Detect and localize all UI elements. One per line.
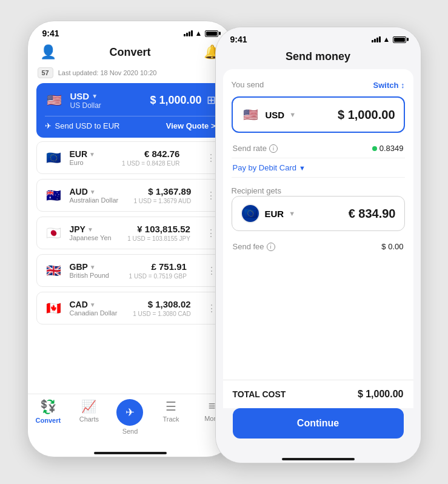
wifi-icon-2: ▲ [383, 35, 390, 44]
home-bar [94, 452, 167, 454]
item-fullname: British Pound [70, 272, 109, 279]
tab-charts[interactable]: 📈 Charts [69, 399, 110, 435]
total-cost-value: $ 1,000.00 [358, 389, 404, 400]
item-left: 🇨🇦 CAD ▼ Canadian Dollar [44, 298, 118, 318]
eur-flag-icon: 🇪🇺 [44, 148, 64, 167]
charts-tab-icon: 📈 [81, 399, 96, 414]
item-right: € 842.76 1 USD = 0.8428 EUR [122, 149, 179, 167]
view-quote-btn[interactable]: View Quote > [166, 121, 216, 130]
send-tab-label: Send [122, 428, 138, 435]
recipient-section: Recipient gets 🇪🇺 EUR ▼ € 834.90 [232, 185, 405, 231]
list-item[interactable]: 🇪🇺 EUR ▼ Euro € 842.76 1 USD = 0.8428 EU… [36, 141, 224, 174]
item-amount: ¥ 103,815.52 [137, 224, 190, 234]
item-amount: $ 1,367.89 [148, 186, 191, 197]
currency-code: USD ▼ [70, 91, 101, 101]
send-body: You send Switch ↕ 🇺🇸 USD ▼ $ 1,000.00 Se… [223, 69, 413, 380]
cad-flag-icon: 🇨🇦 [44, 298, 64, 318]
convert-tab-icon: 💱 [40, 399, 56, 415]
send-fee-label: Send fee i [233, 242, 275, 251]
currency-left: 🇺🇸 USD ▼ US Dollar [45, 90, 101, 110]
home-indicator-2 [216, 451, 421, 463]
send-rate-value: 0.8349 [372, 144, 404, 153]
from-currency-chevron: ▼ [289, 111, 296, 118]
update-badge: 57 [38, 67, 53, 78]
usd-flag-send: 🇺🇸 [241, 105, 261, 124]
item-rate: 1 USD = 1.3679 AUD [133, 198, 191, 204]
battery-icon [205, 30, 218, 37]
item-left: 🇦🇺 AUD ▼ Australian Dollar [44, 186, 119, 205]
usd-flag: 🇺🇸 [45, 90, 64, 110]
to-currency-select[interactable]: 🇪🇺 EUR ▼ [241, 204, 296, 223]
you-send-header: You send Switch ↕ [232, 78, 405, 93]
signal-icon-2 [372, 36, 381, 42]
item-fullname: Australian Dollar [70, 197, 119, 204]
update-text: Last updated: 18 Nov 2020 10:20 [58, 69, 157, 76]
pay-method-row[interactable]: Pay by Debit Card ▼ [232, 158, 405, 178]
item-amount: £ 751.91 [152, 261, 187, 272]
main-currency-card[interactable]: 🇺🇸 USD ▼ US Dollar $ 1,000.00 ⊞ [36, 83, 224, 138]
charts-tab-label: Charts [79, 415, 99, 423]
profile-icon[interactable]: 👤 [40, 44, 56, 60]
item-code: GBP ▼ [70, 262, 109, 272]
page-title: Convert [109, 46, 150, 59]
item-rate: 1 USD = 1.3080 CAD [133, 311, 190, 317]
item-left: 🇬🇧 GBP ▼ British Pound [44, 261, 109, 280]
pay-method-chevron: ▼ [299, 164, 306, 172]
green-dot-icon [372, 146, 377, 151]
you-send-label: You send [232, 80, 264, 89]
currency-dropdown-icon[interactable]: ▼ [92, 93, 98, 99]
signal-icon [184, 30, 193, 36]
item-right: £ 751.91 1 USD = 0.7519 GBP [129, 261, 187, 280]
from-currency-select[interactable]: 🇺🇸 USD ▼ [241, 105, 296, 124]
tab-send[interactable]: ✈ Send [110, 399, 151, 435]
item-fullname: Canadian Dollar [70, 309, 118, 317]
item-fullname: Euro [70, 159, 95, 166]
send-fee-info-icon[interactable]: i [267, 243, 275, 251]
recipient-card[interactable]: 🇪🇺 EUR ▼ € 834.90 [232, 196, 405, 231]
recipient-amount: € 834.90 [349, 207, 396, 221]
item-name: EUR ▼ Euro [70, 149, 95, 166]
convert-tab-label: Convert [36, 417, 61, 424]
send-quote-row: ✈ Send USD to EUR View Quote > [45, 116, 216, 130]
item-right: $ 1,308.02 1 USD = 1.3080 CAD [133, 299, 190, 317]
item-fullname: Japanese Yen [70, 234, 112, 241]
item-right: $ 1,367.89 1 USD = 1.3679 AUD [133, 186, 191, 204]
currency-list: 🇪🇺 EUR ▼ Euro € 842.76 1 USD = 0.8428 EU… [28, 141, 233, 394]
send-rate-info-icon[interactable]: i [269, 144, 278, 153]
list-item[interactable]: 🇦🇺 AUD ▼ Australian Dollar $ 1,367.89 1 … [36, 179, 224, 212]
list-item[interactable]: 🇯🇵 JPY ▼ Japanese Yen ¥ 103,815.52 1 USD… [36, 217, 224, 249]
send-rate-label: Send rate i [233, 144, 278, 153]
item-amount: $ 1,308.02 [148, 299, 191, 309]
pay-method-btn[interactable]: Pay by Debit Card ▼ [233, 163, 306, 172]
last-updated: 57 Last updated: 18 Nov 2020 10:20 [28, 65, 233, 83]
gbp-flag-icon: 🇬🇧 [44, 261, 64, 280]
tab-track[interactable]: ☰ Track [150, 399, 192, 435]
send-plane-icon: ✈ [45, 121, 52, 130]
calculator-icon[interactable]: ⊞ [207, 93, 216, 107]
home-indicator [28, 445, 233, 457]
jpy-flag-icon: 🇯🇵 [44, 223, 64, 243]
item-name: JPY ▼ Japanese Yen [70, 224, 112, 241]
phone-send-money: 9:41 ▲ Send money You send [215, 27, 421, 463]
tab-bar: 💱 Convert 📈 Charts ✈ Send ☰ Track ≡ More [28, 394, 233, 445]
tab-convert[interactable]: 💱 Convert [28, 399, 69, 435]
send-tab-btn[interactable]: ✈ [116, 399, 143, 426]
send-page-title: Send money [286, 50, 350, 62]
main-amount: $ 1,000.00 [150, 94, 201, 107]
you-send-amount: $ 1,000.00 [338, 108, 395, 122]
send-label: ✈ Send USD to EUR [45, 121, 120, 130]
track-tab-label: Track [163, 415, 179, 423]
list-item[interactable]: 🇬🇧 GBP ▼ British Pound £ 751.91 1 USD = … [36, 254, 224, 287]
you-send-card[interactable]: 🇺🇸 USD ▼ $ 1,000.00 [232, 96, 405, 133]
continue-button[interactable]: Continue [233, 408, 404, 439]
send-fee-value: $ 0.00 [381, 242, 403, 251]
list-item[interactable]: 🇨🇦 CAD ▼ Canadian Dollar $ 1,308.02 1 US… [36, 292, 224, 324]
currency-name-block: USD ▼ US Dollar [70, 91, 101, 110]
eur-flag-recipient: 🇪🇺 [241, 204, 260, 223]
more-tab-icon: ≡ [209, 399, 216, 413]
to-currency-chevron: ▼ [289, 210, 295, 217]
item-rate: 1 USD = 0.8428 EUR [122, 160, 179, 167]
item-name: AUD ▼ Australian Dollar [70, 187, 119, 204]
item-rate: 1 USD = 0.7519 GBP [129, 273, 187, 280]
switch-button[interactable]: Switch ↕ [373, 81, 404, 90]
